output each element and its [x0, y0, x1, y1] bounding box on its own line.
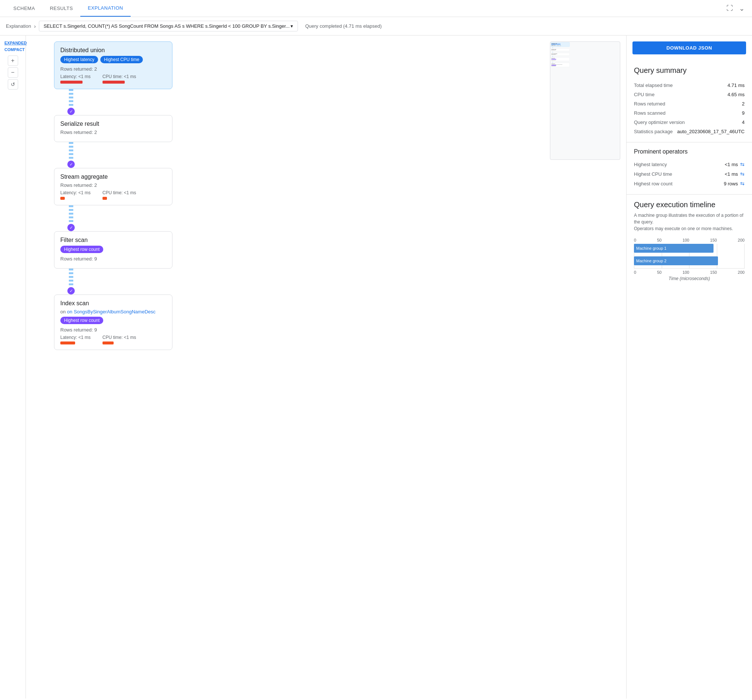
- node-filter-scan[interactable]: Filter scan Highest row count Rows retur…: [54, 231, 172, 269]
- compact-view-button[interactable]: COMPACT: [3, 47, 23, 53]
- summary-row-optimizer: Query optimizer version 4: [634, 118, 744, 127]
- left-controls: EXPANDED COMPACT + − ↺: [0, 36, 26, 698]
- chart-bars: Machine group 1 Machine group 2: [634, 244, 744, 265]
- connector-1: ✓: [54, 89, 75, 115]
- chart-bar-container-0: Machine group 1: [634, 244, 744, 253]
- cpu-bar-4: [103, 341, 113, 345]
- metrics-row-0: Latency: <1 ms CPU time: <1 ms: [60, 74, 166, 84]
- node-subtitle-index: on on SongsBySingerAlbumSongNameDesc: [60, 309, 166, 315]
- tab-explanation[interactable]: EXPLANATION: [80, 0, 131, 17]
- summary-val-rows-scanned: 9: [742, 110, 744, 116]
- connector-dot-3: ✓: [67, 224, 75, 231]
- metrics-row-2: Latency: <1 ms CPU time: <1 ms: [60, 190, 166, 200]
- prominent-operators-section: Prominent operators Highest latency <1 m…: [626, 143, 752, 195]
- metrics-row-4: Latency: <1 ms CPU time: <1 ms: [60, 335, 166, 345]
- chevron-down-icon[interactable]: ⌄: [738, 3, 746, 14]
- chart-bar-fill-1: Machine group 2: [634, 256, 718, 265]
- metric-latency-0: Latency: <1 ms: [60, 74, 91, 84]
- tab-bar: SCHEMA RESULTS EXPLANATION ⛶ ⌄: [0, 0, 752, 17]
- badge-highest-cpu: Highest CPU time: [100, 56, 143, 63]
- tab-schema[interactable]: SCHEMA: [6, 0, 43, 16]
- prominent-title: Prominent operators: [634, 148, 744, 155]
- node-rows-1: Rows returned: 2: [60, 129, 166, 135]
- tab-results[interactable]: RESULTS: [43, 0, 81, 16]
- latency-bar-2: [60, 197, 65, 200]
- link-icon-latency[interactable]: ⇆: [740, 161, 744, 167]
- cpu-label-4: CPU time: <1 ms: [103, 335, 136, 340]
- summary-row-stats: Statistics package auto_20230608_17_57_4…: [634, 127, 744, 136]
- summary-row-cpu: CPU time 4.65 ms: [634, 90, 744, 99]
- zoom-controls: + − ↺: [8, 56, 18, 90]
- node-rows-2: Rows returned: 2: [60, 182, 166, 188]
- right-panel: DOWNLOAD JSON Query summary Total elapse…: [626, 36, 752, 698]
- connector-dot-2: ✓: [67, 161, 75, 168]
- chart-bar-row-0: Machine group 1: [634, 244, 744, 253]
- summary-val-elapsed: 4.71 ms: [727, 82, 744, 88]
- link-icon-cpu[interactable]: ⇆: [740, 171, 744, 177]
- zoom-reset-button[interactable]: ↺: [8, 79, 18, 90]
- summary-key-stats: Statistics package: [634, 129, 673, 134]
- chart-bottom-labels: 0 50 100 150 200: [634, 270, 744, 275]
- summary-key-optimizer: Query optimizer version: [634, 120, 685, 125]
- node-serialize-result[interactable]: Serialize result Rows returned: 2: [54, 115, 172, 142]
- summary-key-elapsed: Total elapsed time: [634, 82, 673, 88]
- connector-2: ✓: [54, 142, 75, 168]
- query-dropdown-icon: ▾: [291, 23, 293, 29]
- node-index-scan[interactable]: Index scan on on SongsBySingerAlbumSongN…: [54, 295, 172, 350]
- metric-cpu-0: CPU time: <1 ms: [103, 74, 136, 84]
- metric-cpu-4: CPU time: <1 ms: [103, 335, 136, 345]
- badge-highest-latency: Highest latency: [60, 56, 98, 63]
- breadcrumb-bar: Explanation › SELECT s.SingerId, COUNT(*…: [0, 17, 752, 36]
- tab-icon-group: ⛶ ⌄: [725, 3, 746, 14]
- cpu-bar-2: [103, 197, 107, 200]
- summary-key-rows-returned: Rows returned: [634, 101, 665, 107]
- summary-row-elapsed: Total elapsed time 4.71 ms: [634, 81, 744, 90]
- summary-row-rows-scanned: Rows scanned 9: [634, 109, 744, 118]
- query-selector[interactable]: SELECT s.SingerId, COUNT(*) AS SongCount…: [39, 21, 298, 31]
- cpu-label-2: CPU time: <1 ms: [103, 190, 136, 196]
- summary-val-rows-returned: 2: [742, 101, 744, 107]
- minimap: Distributed union Highest latency Highes…: [550, 42, 620, 160]
- connector-dot-1: ✓: [67, 108, 75, 115]
- badge-row-3: Highest row count: [60, 246, 166, 253]
- latency-label-2: Latency: <1 ms: [60, 190, 91, 196]
- connector-dot-4: ✓: [67, 287, 75, 295]
- badge-highest-row-filter: Highest row count: [60, 246, 103, 253]
- latency-bar-0: [60, 81, 82, 84]
- latency-bar-4: [60, 341, 75, 345]
- chart-bars-container: Machine group 1 Machine group 2: [634, 244, 744, 269]
- main-layout: EXPANDED COMPACT + − ↺ Distributed union…: [0, 36, 752, 698]
- zoom-out-button[interactable]: −: [8, 67, 18, 78]
- node-distributed-union[interactable]: Distributed union Highest latency Highes…: [54, 42, 172, 89]
- node-stream-aggregate[interactable]: Stream aggregate Rows returned: 2 Latenc…: [54, 168, 172, 205]
- prominent-key-latency: Highest latency: [634, 162, 667, 167]
- prominent-row-rows: Highest row count 9 rows ⇆: [634, 179, 744, 188]
- metric-cpu-2: CPU time: <1 ms: [103, 190, 136, 200]
- expanded-view-button[interactable]: EXPANDED: [3, 40, 23, 46]
- query-summary-title: Query summary: [634, 66, 744, 75]
- chart-area: 0 50 100 150 200: [634, 238, 744, 281]
- chart-bar-container-1: Machine group 2: [634, 256, 744, 265]
- node-rows-0: Rows returned: 2: [60, 66, 166, 72]
- latency-label-0: Latency: <1 ms: [60, 74, 91, 79]
- summary-val-optimizer: 4: [742, 120, 744, 125]
- badge-row-4: Highest row count: [60, 317, 166, 324]
- node-title-serialize: Serialize result: [60, 121, 166, 127]
- chart-bar-row-1: Machine group 2: [634, 256, 744, 265]
- chart-x-axis-title: Time (microseconds): [634, 276, 744, 281]
- zoom-in-button[interactable]: +: [8, 56, 18, 66]
- node-title-distributed-union: Distributed union: [60, 47, 166, 54]
- cpu-label-0: CPU time: <1 ms: [103, 74, 136, 79]
- diagram-area: Distributed union Highest latency Highes…: [26, 36, 626, 698]
- breadcrumb-label: Explanation: [6, 23, 31, 29]
- prominent-key-rows: Highest row count: [634, 181, 673, 186]
- cpu-bar-0: [103, 81, 125, 84]
- query-text: SELECT s.SingerId, COUNT(*) AS SongCount…: [44, 23, 290, 29]
- fullscreen-icon[interactable]: ⛶: [725, 3, 735, 14]
- chart-bar-fill-0: Machine group 1: [634, 244, 713, 253]
- prominent-row-cpu: Highest CPU time <1 ms ⇆: [634, 169, 744, 179]
- link-icon-rows[interactable]: ⇆: [740, 180, 744, 186]
- query-summary-section: Query summary Total elapsed time 4.71 ms…: [626, 60, 752, 143]
- node-title-index: Index scan: [60, 300, 166, 307]
- download-json-button[interactable]: DOWNLOAD JSON: [632, 42, 746, 54]
